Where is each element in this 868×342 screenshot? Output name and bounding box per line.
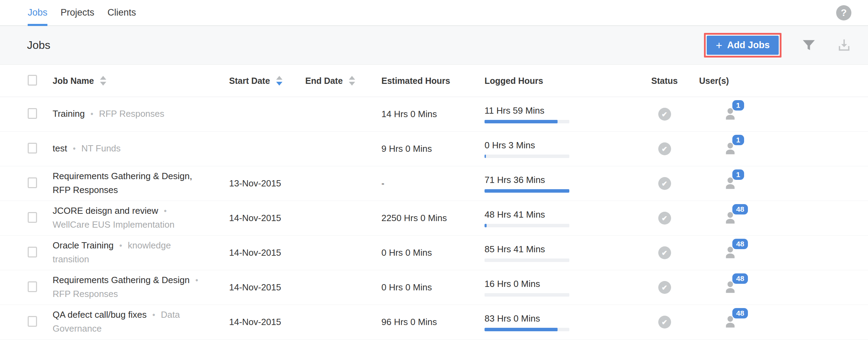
status-check-icon (658, 212, 671, 225)
job-project-name: WellCare EUS Implementation (53, 219, 174, 230)
add-jobs-button[interactable]: + Add Jobs (707, 36, 779, 55)
table-row[interactable]: QA defect call/bug fixes • Data Governan… (0, 305, 868, 340)
logged-progress-bar (485, 224, 569, 227)
tab-jobs[interactable]: Jobs (28, 0, 47, 25)
logged-progress-fill (485, 120, 558, 123)
row-checkbox[interactable] (28, 212, 37, 223)
filter-button[interactable] (801, 37, 817, 53)
select-all-checkbox[interactable] (28, 75, 37, 86)
active-sort-desc-icon (276, 82, 282, 86)
job-name-link[interactable]: Requirements Gathering & Design, RFP Res… (53, 171, 192, 195)
users-indicator[interactable]: 48 (722, 210, 739, 226)
bullet-separator: • (119, 241, 122, 250)
user-count-badge: 48 (732, 239, 748, 249)
add-jobs-highlight-box: + Add Jobs (704, 33, 781, 58)
logged-progress-bar (485, 189, 569, 193)
add-jobs-label: Add Jobs (727, 40, 770, 51)
bullet-separator: • (195, 276, 198, 285)
table-row[interactable]: test • NT Funds 9 Hrs 0 Mins 0 Hrs 3 Min… (0, 132, 868, 166)
start-date-value: 14-Nov-2015 (229, 282, 305, 293)
estimated-hours-value: 9 Hrs 0 Mins (381, 143, 485, 154)
logged-progress-bar (485, 258, 569, 262)
tab-projects[interactable]: Projects (61, 0, 94, 25)
job-name-link[interactable]: QA defect call/bug fixes (53, 309, 147, 320)
status-check-icon (658, 142, 671, 155)
bullet-separator: • (152, 310, 155, 319)
table-row[interactable]: JCORE deisgn and review • WellCare EUS I… (0, 201, 868, 236)
column-header-job-name[interactable]: Job Name (53, 74, 229, 87)
row-checkbox[interactable] (28, 143, 37, 154)
column-header-end-date[interactable]: End Date (305, 76, 381, 86)
filter-funnel-icon (801, 37, 817, 53)
logged-progress-fill (485, 189, 569, 193)
status-check-icon (658, 177, 671, 190)
row-checkbox[interactable] (28, 247, 37, 257)
start-date-value: 14-Nov-2015 (229, 213, 305, 223)
user-count-badge: 1 (732, 135, 744, 145)
bullet-separator: • (90, 109, 93, 119)
status-check-icon (658, 281, 671, 294)
job-name-link[interactable]: Requirements Gathering & Design (53, 275, 190, 285)
logged-progress-bar (485, 120, 569, 123)
estimated-hours-value: 0 Hrs 0 Mins (381, 247, 485, 258)
users-indicator[interactable]: 1 (722, 106, 739, 122)
row-checkbox[interactable] (28, 177, 37, 188)
jobs-table-body: Training • RFP Responses 14 Hrs 0 Mins 1… (0, 97, 868, 340)
logged-hours-value: 83 Hrs 0 Mins (485, 313, 630, 324)
column-header-users: User(s) (699, 76, 817, 86)
users-indicator[interactable]: 48 (722, 279, 739, 295)
plus-icon: + (716, 41, 722, 50)
download-button[interactable] (836, 37, 852, 53)
logged-progress-fill (485, 328, 558, 331)
column-header-start-date[interactable]: Start Date (229, 76, 305, 86)
logged-progress-bar (485, 293, 569, 297)
logged-progress-bar (485, 155, 569, 158)
job-project-name: RFP Responses (99, 108, 164, 119)
status-check-icon (658, 108, 671, 121)
column-header-logged-hours: Logged Hours (485, 76, 630, 86)
job-name-link[interactable]: Training (53, 108, 85, 119)
row-checkbox[interactable] (28, 108, 37, 119)
table-row[interactable]: Requirements Gathering & Design • RFP Re… (0, 270, 868, 305)
user-count-badge: 48 (732, 308, 748, 318)
estimated-hours-value: 96 Hrs 0 Mins (381, 317, 485, 327)
logged-progress-fill (485, 155, 486, 158)
top-navigation: Jobs Projects Clients ? (0, 0, 868, 26)
estimated-hours-value: 2250 Hrs 0 Mins (381, 213, 485, 223)
estimated-hours-value: 14 Hrs 0 Mins (381, 109, 485, 120)
row-checkbox[interactable] (28, 281, 37, 292)
logged-hours-value: 11 Hrs 59 Mins (485, 105, 630, 116)
table-row[interactable]: Training • RFP Responses 14 Hrs 0 Mins 1… (0, 97, 868, 132)
column-header-estimated-hours: Estimated Hours (381, 76, 485, 86)
table-row[interactable]: Requirements Gathering & Design, RFP Res… (0, 166, 868, 201)
logged-hours-value: 16 Hrs 0 Mins (485, 279, 630, 289)
users-indicator[interactable]: 48 (722, 314, 739, 330)
users-indicator[interactable]: 48 (722, 244, 739, 260)
job-project-name: RFP Responses (53, 289, 118, 299)
table-row[interactable]: Oracle Training • knowledge transition 1… (0, 236, 868, 270)
logged-progress-bar (485, 328, 569, 331)
users-indicator[interactable]: 1 (722, 175, 739, 191)
job-name-link[interactable]: test (53, 143, 67, 154)
help-icon[interactable]: ? (836, 5, 851, 20)
start-date-value: 13-Nov-2015 (229, 178, 305, 189)
user-count-badge: 48 (732, 273, 748, 284)
row-checkbox[interactable] (28, 316, 37, 327)
download-tray-icon (836, 37, 852, 53)
table-header-row: Job Name Start Date End Date Estimated H… (0, 65, 868, 97)
status-check-icon (658, 246, 671, 259)
start-date-value: 14-Nov-2015 (229, 317, 305, 327)
users-indicator[interactable]: 1 (722, 140, 739, 156)
logged-hours-value: 48 Hrs 41 Mins (485, 209, 630, 220)
page-header: Jobs + Add Jobs (0, 26, 868, 65)
logged-hours-value: 85 Hrs 41 Mins (485, 244, 630, 255)
sort-carets-icon (276, 76, 282, 86)
user-count-badge: 1 (732, 100, 744, 111)
job-project-name: NT Funds (81, 143, 121, 154)
bullet-separator: • (73, 144, 75, 153)
job-name-link[interactable]: Oracle Training (53, 240, 114, 251)
user-count-badge: 48 (732, 204, 748, 214)
logged-hours-value: 71 Hrs 36 Mins (485, 175, 630, 185)
tab-clients[interactable]: Clients (108, 0, 136, 25)
job-name-link[interactable]: JCORE deisgn and review (53, 205, 158, 216)
